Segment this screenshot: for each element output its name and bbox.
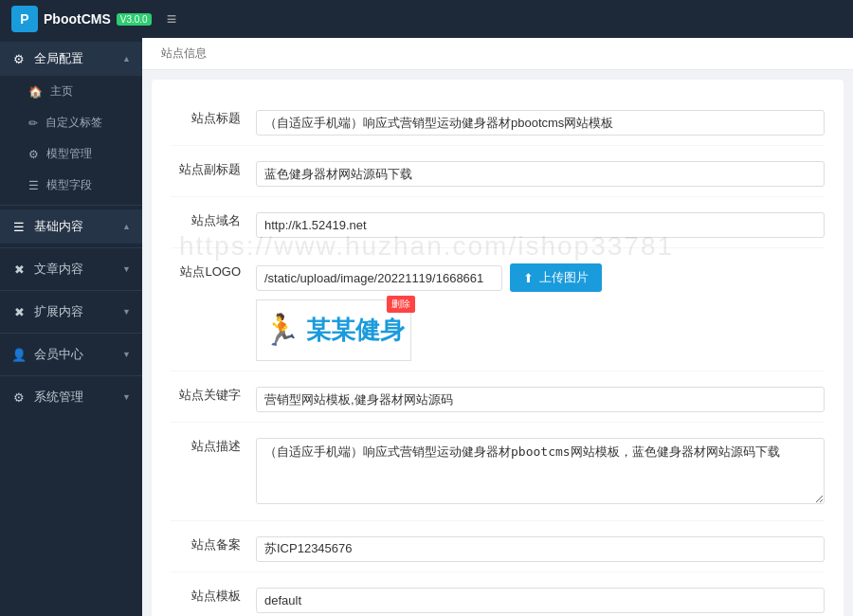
logo-path-input[interactable] [256,265,502,291]
field-row-miaoshu: 站点描述 [171,423,825,521]
sidebar-sub-zhuye[interactable]: 🏠 主页 [0,76,142,107]
breadcrumb-item: 站点信息 [161,45,207,62]
sidebar-sub-biaoqian[interactable]: ✏ 自定义标签 [0,107,142,138]
field-value-yuming [256,207,825,238]
field-row-yuming: 站点域名 [171,197,825,248]
logo-preview-wrapper: 🏃 某某健身 删除 [256,299,411,361]
biaoti-input[interactable] [256,110,825,136]
topbar: P PbootCMS V3.0.0 ≡ [0,0,853,38]
field-row-guanjianci: 站点关键字 [171,371,825,423]
field-row-fubiaoqian: 站点副标题 [171,146,825,197]
sidebar-item-label: 扩展内容 [34,303,83,320]
sidebar-sub-moxing[interactable]: ⚙ 模型管理 [0,138,142,170]
field-value-muban [256,582,825,613]
field-value-guanjianci [256,381,825,412]
divider4 [0,333,142,334]
form-area: 站点标题 站点副标题 站点域名 站点LOGO [152,80,844,616]
content-icon: ☰ [11,220,27,234]
field-label-miaoshu: 站点描述 [171,432,256,455]
logo-preview-brand: 某某健身 [306,311,405,351]
field-label-muban: 站点模板 [171,582,256,605]
sidebar: ⚙ 全局配置 🏠 主页 ✏ 自定义标签 ⚙ 模型管理 ☰ 模型字段 ☰ 基础内容… [0,38,142,616]
delete-badge[interactable]: 删除 [387,296,415,313]
upload-button[interactable]: ⬆ 上传图片 [510,263,602,292]
miaoshu-textarea[interactable] [256,438,825,504]
field-icon: ☰ [28,179,39,192]
upload-icon: ⬆ [523,271,534,285]
divider3 [0,290,142,291]
main-layout: ⚙ 全局配置 🏠 主页 ✏ 自定义标签 ⚙ 模型管理 ☰ 模型字段 ☰ 基础内容… [0,38,853,616]
sidebar-item-label: 基础内容 [34,218,83,235]
home-icon: 🏠 [28,85,43,99]
sidebar-sub-label: 主页 [50,83,73,100]
field-value-logo: ⬆ 上传图片 🏃 某某健身 删除 [256,258,825,361]
app-title: PbootCMS [44,11,111,27]
sidebar-item-quanju[interactable]: ⚙ 全局配置 [0,42,142,76]
field-value-beian [256,531,825,562]
extend-icon: ✖ [11,305,27,319]
sidebar-sub-ziduan[interactable]: ☰ 模型字段 [0,170,142,201]
field-label-logo: 站点LOGO [171,258,256,281]
logo-preview-text: 🏃 某某健身 [263,306,405,354]
divider1 [0,205,142,206]
main-content: 站点信息 站点标题 站点副标题 站点域名 [142,38,853,616]
field-label-beian: 站点备案 [171,531,256,553]
field-label-biaoti: 站点标题 [171,104,256,127]
system-icon: ⚙ [11,390,27,405]
sidebar-sub-label: 自定义标签 [45,115,102,131]
sidebar-item-huiyuan[interactable]: 👤 会员中心 [0,337,142,371]
sidebar-item-label: 会员中心 [34,346,83,363]
field-value-biaoti [256,104,825,136]
menu-toggle-icon[interactable]: ≡ [167,9,177,29]
tag-icon: ✏ [28,117,38,130]
field-row-biaoti: 站点标题 [171,95,825,146]
sidebar-item-label: 系统管理 [34,389,83,406]
field-row-logo: 站点LOGO ⬆ 上传图片 🏃 某某健身 [171,248,825,371]
beian-input[interactable] [256,536,825,562]
sidebar-item-label: 全局配置 [34,50,83,67]
sidebar-item-jichu[interactable]: ☰ 基础内容 [0,209,142,244]
sidebar-sub-label: 模型字段 [46,177,92,193]
field-label-guanjianci: 站点关键字 [171,381,256,404]
muban-input[interactable] [256,588,825,613]
field-label-fubiaoqian: 站点副标题 [171,155,256,178]
sidebar-item-label: 文章内容 [34,261,83,278]
member-icon: 👤 [11,348,27,362]
breadcrumb: 站点信息 [142,38,853,70]
sidebar-sub-label: 模型管理 [46,146,92,162]
article-icon: ✖ [11,263,27,277]
sidebar-item-kuozhan[interactable]: ✖ 扩展内容 [0,295,142,329]
logo-preview-icon: 🏃 [263,306,300,354]
field-label-yuming: 站点域名 [171,207,256,229]
yuming-input[interactable] [256,212,825,238]
divider5 [0,375,142,376]
model-icon: ⚙ [28,148,39,161]
logo-icon: P [11,6,38,32]
settings-icon: ⚙ [11,52,27,66]
upload-btn-label: 上传图片 [539,269,589,286]
sidebar-item-xitong[interactable]: ⚙ 系统管理 [0,380,142,414]
sidebar-item-wenzhang[interactable]: ✖ 文章内容 [0,252,142,286]
divider2 [0,247,142,248]
field-value-fubiaoqian [256,155,825,187]
field-row-beian: 站点备案 [171,521,825,572]
field-value-miaoshu [256,432,825,511]
logo-area: P PbootCMS V3.0.0 [11,6,152,32]
version-badge: V3.0.0 [117,13,152,26]
logo-row: ⬆ 上传图片 [256,263,825,292]
guanjianci-input[interactable] [256,387,825,412]
fubiaoqian-input[interactable] [256,161,825,187]
field-row-muban: 站点模板 [171,572,825,616]
